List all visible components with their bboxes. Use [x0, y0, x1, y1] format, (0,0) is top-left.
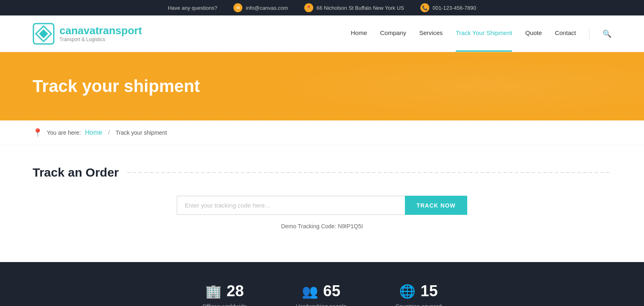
stat-offices-main: 🏢 28 — [205, 282, 244, 300]
nav-contact[interactable]: Contact — [555, 15, 576, 52]
breadcrumb-location-icon: 📍 — [33, 128, 43, 138]
stat-countries: 🌐 15 Countries covered — [396, 282, 442, 306]
stat-people-main: 👥 65 — [302, 282, 340, 300]
hero-banner: Track your shipment — [0, 52, 644, 120]
people-label: Hardworking people — [296, 303, 347, 306]
hero-map-decoration — [257, 52, 644, 120]
nav-quote[interactable]: Quote — [525, 15, 542, 52]
breadcrumb-prefix: You are here: — [47, 129, 81, 136]
topbar-address: 📍 66 Nicholson St Buffalo New York US — [304, 3, 404, 12]
track-order-title: Track an Order — [33, 166, 119, 179]
footer-stats: 🏢 28 Offices worldwide 👥 65 Hardworking … — [0, 262, 644, 306]
tracking-input[interactable] — [177, 196, 405, 215]
breadcrumb-section: 📍 You are here: Home / Track your shipme… — [0, 120, 644, 145]
demo-tracking-code: Demo Tracking Code: N9IP1Q5I — [33, 223, 611, 230]
nav-services[interactable]: Services — [419, 15, 443, 52]
nav-home[interactable]: Home — [351, 15, 367, 52]
stat-countries-main: 🌐 15 — [399, 282, 437, 300]
nav-divider — [589, 28, 589, 40]
location-icon: 📍 — [304, 3, 313, 12]
logo-icon — [33, 23, 55, 45]
tracking-form: TRACK NOW — [33, 196, 611, 215]
topbar-address-text: 66 Nicholson St Buffalo New York US — [317, 5, 404, 11]
topbar-email: ✉ info@canvas.com — [233, 3, 288, 12]
people-icon: 👥 — [302, 284, 318, 299]
section-divider-line — [127, 172, 611, 173]
header: canavatransport Transport & Logistics Ho… — [0, 15, 644, 52]
email-icon: ✉ — [233, 3, 242, 12]
main-content: Track an Order TRACK NOW Demo Tracking C… — [0, 145, 644, 262]
track-now-button[interactable]: TRACK NOW — [405, 196, 467, 215]
topbar-email-text: info@canvas.com — [246, 5, 288, 11]
offices-icon: 🏢 — [205, 284, 222, 299]
offices-number: 28 — [226, 282, 244, 300]
nav-track-shipment[interactable]: Track Your Shipment — [456, 15, 512, 52]
breadcrumb-home-link[interactable]: Home — [85, 129, 103, 136]
stat-people: 👥 65 Hardworking people — [296, 282, 347, 306]
logo-text: canavatransport Transport & Logistics — [59, 25, 142, 42]
nav-company[interactable]: Company — [380, 15, 406, 52]
breadcrumb-current: Track your shipment — [116, 129, 167, 136]
breadcrumb-separator: / — [108, 129, 110, 136]
svg-marker-2 — [39, 29, 48, 38]
search-icon[interactable]: 🔍 — [602, 29, 611, 38]
countries-label: Countries covered — [396, 303, 442, 306]
offices-label: Offices worldwide — [202, 303, 247, 306]
countries-number: 15 — [420, 282, 437, 300]
logo-tagline: Transport & Logistics — [59, 37, 142, 42]
topbar-question: Have any questions? — [168, 3, 217, 12]
main-nav: Home Company Services Track Your Shipmen… — [351, 15, 611, 52]
topbar-phone-text: 001-123-456-7890 — [433, 5, 476, 11]
logo[interactable]: canavatransport Transport & Logistics — [33, 23, 142, 45]
hero-title: Track your shipment — [33, 76, 200, 96]
topbar-question-text: Have any questions? — [168, 5, 217, 11]
track-order-header: Track an Order — [33, 166, 611, 179]
countries-icon: 🌐 — [399, 284, 415, 299]
people-number: 65 — [323, 282, 340, 300]
phone-icon: 📞 — [420, 3, 429, 12]
topbar: Have any questions? ✉ info@canvas.com 📍 … — [0, 0, 644, 15]
stat-offices: 🏢 28 Offices worldwide — [202, 282, 247, 306]
logo-brand: canavatransport — [59, 25, 142, 36]
topbar-phone: 📞 001-123-456-7890 — [420, 3, 476, 12]
